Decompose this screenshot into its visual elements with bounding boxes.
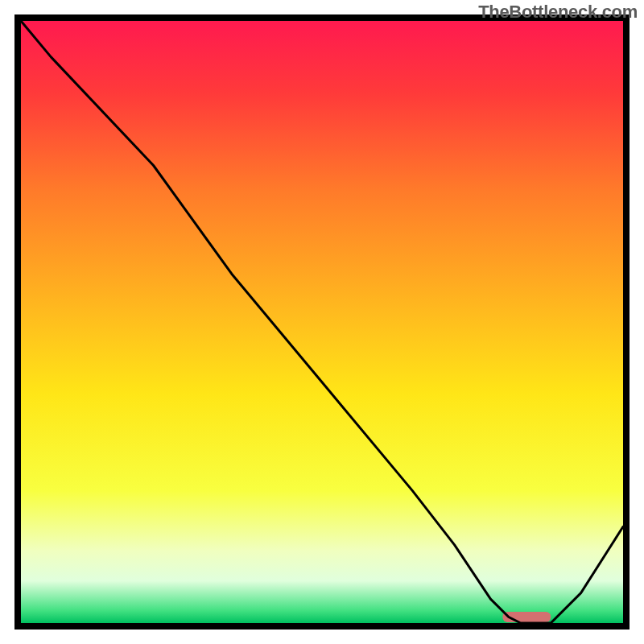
chart-svg xyxy=(0,0,644,644)
plot-background xyxy=(21,21,623,623)
attribution-text: TheBottleneck.com xyxy=(478,2,638,23)
bottleneck-chart: TheBottleneck.com xyxy=(0,0,644,644)
